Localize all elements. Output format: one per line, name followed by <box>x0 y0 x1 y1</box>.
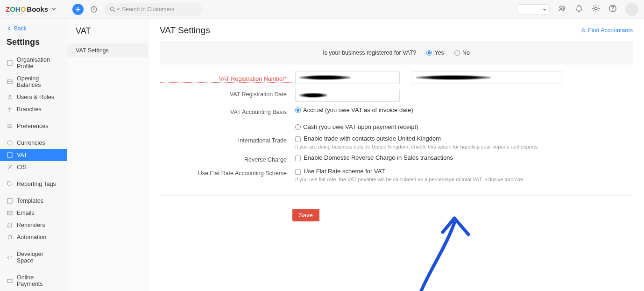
svg-point-2 <box>560 6 562 8</box>
svg-rect-7 <box>7 80 12 84</box>
sidebar-item-opening-balances[interactable]: Opening Balances <box>0 72 67 91</box>
page-title: VAT Settings <box>160 25 210 35</box>
label-vat-reg-number: VAT Registration Number* <box>160 73 295 83</box>
label-intl-trade: International Trade <box>160 135 295 144</box>
sidebar-item-emails[interactable]: Emails <box>0 207 67 219</box>
svg-point-8 <box>9 95 11 97</box>
settings-sidebar: Back Settings Organisation Profile Openi… <box>0 19 67 291</box>
sidebar-item-automation[interactable]: Automation <box>0 231 67 243</box>
subnav-item-vat-settings[interactable]: VAT Settings <box>67 43 148 57</box>
svg-rect-13 <box>7 279 12 283</box>
user-avatar[interactable] <box>625 3 638 16</box>
sidebar-item-branches[interactable]: Branches <box>0 103 67 115</box>
sidebar-item-developer-space[interactable]: Developer Space <box>0 248 67 267</box>
chevron-down-icon[interactable] <box>51 5 57 13</box>
label-flat-rate: Use Flat Rate Accounting Scheme <box>160 168 295 177</box>
org-switcher[interactable] <box>517 4 550 14</box>
sidebar-item-organisation-profile[interactable]: Organisation Profile <box>0 54 67 72</box>
svg-point-3 <box>563 7 565 8</box>
checkbox-intl-trade[interactable]: Enable trade with contacts outside Unite… <box>295 135 441 142</box>
vat-registered-panel: Is your business registered for VAT? Yes… <box>160 41 633 64</box>
radio-accrual[interactable]: Accrual (you owe VAT as of invoice date) <box>295 106 633 114</box>
vat-form: VAT Registration Number* VAT Registratio… <box>160 71 633 196</box>
search-placeholder: Search in Customers <box>122 6 174 13</box>
checkbox-flat-rate[interactable]: Use Flat Rate scheme for VAT <box>295 168 385 175</box>
sidebar-item-reminders[interactable]: Reminders <box>0 219 67 231</box>
subnav: VAT VAT Settings <box>67 19 149 291</box>
svg-point-9 <box>7 141 12 145</box>
sidebar-item-currencies[interactable]: Currencies <box>0 137 67 149</box>
svg-point-4 <box>594 7 597 9</box>
quick-add-button[interactable] <box>72 4 84 15</box>
svg-point-15 <box>582 28 584 30</box>
label-vat-basis: VAT Accounting Basis <box>160 106 295 115</box>
sidebar-item-preferences[interactable]: Preferences <box>0 120 67 132</box>
search-icon <box>110 7 115 12</box>
settings-gear-icon[interactable] <box>592 4 600 14</box>
search-scope-caret-icon[interactable] <box>116 6 120 13</box>
vat-registered-question: Is your business registered for VAT? <box>323 50 416 56</box>
help-icon[interactable] <box>609 4 617 14</box>
sidebar-item-reporting-tags[interactable]: Reporting Tags <box>0 178 67 190</box>
svg-rect-11 <box>7 199 12 203</box>
hint-flat-rate: If you use flat rate, the VAT payable wi… <box>295 177 633 182</box>
svg-rect-12 <box>7 211 12 215</box>
app-logo[interactable]: ZOHO Books <box>6 5 57 13</box>
radio-cash[interactable]: Cash (you owe VAT upon payment receipt) <box>295 123 633 130</box>
radio-yes[interactable]: Yes <box>426 50 444 56</box>
hint-intl-trade: If you are doing business outside United… <box>295 144 633 149</box>
svg-rect-6 <box>7 61 12 65</box>
person-icon <box>580 28 586 33</box>
notifications-icon[interactable] <box>575 4 583 14</box>
topbar: ZOHO Books Search in Customers <box>0 0 644 19</box>
save-button[interactable]: Save <box>292 209 319 221</box>
label-reverse-charge: Reverse Charge <box>160 154 295 163</box>
sidebar-item-online-payments[interactable]: Online Payments <box>0 271 67 290</box>
sidebar-item-vat[interactable]: VAT <box>0 149 67 161</box>
annotation-arrow-icon <box>401 197 480 291</box>
settings-title: Settings <box>0 34 67 54</box>
vat-reg-number-input-2[interactable] <box>412 71 561 84</box>
recent-history-button[interactable] <box>88 4 99 15</box>
refer-icon[interactable] <box>558 4 566 14</box>
vat-reg-number-input[interactable] <box>295 71 400 84</box>
search-input[interactable]: Search in Customers <box>104 3 202 16</box>
sidebar-item-templates[interactable]: Templates <box>0 195 67 207</box>
main-content: VAT Settings Find Accountants Is your bu… <box>149 19 644 291</box>
label-vat-reg-date: VAT Registration Date <box>160 89 295 98</box>
subnav-title: VAT <box>67 19 148 43</box>
vat-reg-date-input[interactable] <box>295 89 400 102</box>
back-link[interactable]: Back <box>0 23 67 34</box>
sidebar-item-users-roles[interactable]: Users & Roles <box>0 91 67 103</box>
brand-books: Books <box>27 5 48 13</box>
sidebar-item-cis[interactable]: CIS <box>0 161 67 173</box>
svg-point-1 <box>110 7 114 11</box>
svg-rect-10 <box>7 153 12 157</box>
checkbox-reverse-charge[interactable]: Enable Domestic Reverse Charge in Sales … <box>295 154 453 161</box>
find-accountants-link[interactable]: Find Accountants <box>580 27 633 34</box>
radio-no[interactable]: No <box>454 50 470 56</box>
